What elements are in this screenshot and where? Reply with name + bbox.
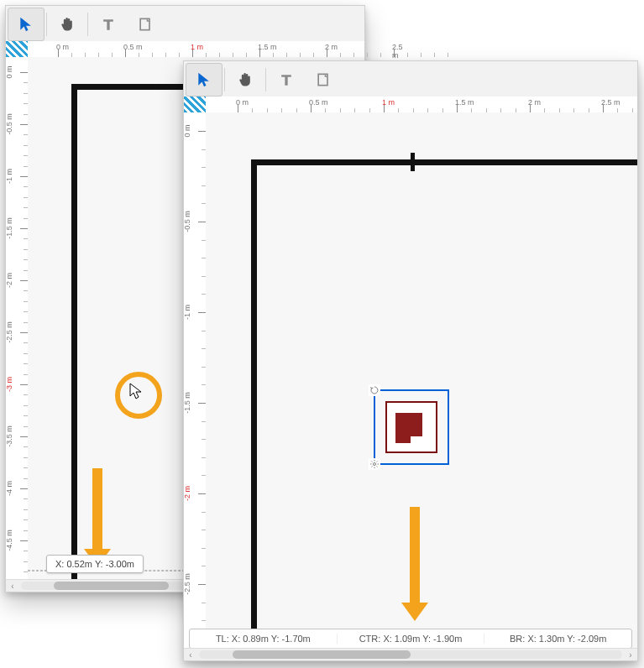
text-icon — [100, 16, 117, 33]
scroll-right-button[interactable]: › — [624, 649, 637, 660]
ruler-tick-label: -2.5 m — [5, 321, 13, 343]
mouse-cursor-icon — [129, 383, 143, 401]
ruler-tick-label: -4 m — [5, 481, 13, 496]
ruler-tick-label: -4.5 m — [5, 530, 13, 551]
scroll-thumb[interactable] — [233, 650, 411, 659]
selection-box[interactable] — [374, 389, 449, 465]
wall-joint — [411, 153, 415, 171]
toolbar-separator — [224, 68, 225, 91]
toolbar-separator — [46, 13, 47, 36]
toolbar-separator — [265, 68, 266, 91]
ruler-tick-label: -1.5 m — [183, 392, 191, 414]
ruler-tick-label: 0 m — [5, 65, 13, 78]
ruler-tick-label: -3.5 m — [5, 425, 13, 447]
cursor-icon — [18, 16, 34, 33]
canvas[interactable] — [206, 112, 637, 630]
coordinate-tooltip: X: 0.52m Y: -3.00m — [46, 555, 144, 573]
scrollbar-horizontal[interactable]: ‹ › — [184, 648, 637, 660]
page-icon — [315, 71, 332, 88]
ruler-tick-label: -0.5 m — [5, 113, 13, 135]
placed-object-fill — [395, 413, 422, 436]
status-br: BR: X: 1.30m Y: -2.09m — [484, 634, 631, 644]
ruler-origin[interactable] — [184, 97, 207, 113]
ruler-tick-label: -2 m — [5, 273, 13, 288]
text-tool-button[interactable] — [268, 63, 305, 97]
toolbar — [6, 6, 364, 44]
ruler-vertical[interactable]: 0 m-0.5 m-1 m-1.5 m-2 m-2.5 m-3 m-3.5 m-… — [6, 57, 29, 592]
wall-vertical — [71, 84, 77, 579]
ruler-origin[interactable] — [6, 41, 29, 58]
rectangle-tool-button[interactable] — [305, 63, 342, 97]
toolbar-separator — [87, 13, 88, 36]
ruler-vertical[interactable]: 0 m-0.5 m-1 m-1.5 m-2 m-2.5 m — [184, 112, 207, 660]
scroll-left-button[interactable]: ‹ — [6, 580, 19, 592]
attention-arrow — [406, 507, 424, 624]
settings-handle[interactable] — [369, 458, 380, 470]
ruler-tick-label: -2.5 m — [183, 573, 191, 595]
placed-object-fill — [395, 435, 411, 443]
status-ctr: CTR: X: 1.09m Y: -1.90m — [338, 634, 485, 644]
ruler-tick-label: -3 m — [5, 377, 13, 392]
toolbar — [184, 61, 637, 99]
scroll-track[interactable] — [199, 650, 622, 659]
ruler-tick-label: 0 m — [183, 124, 191, 137]
ruler-tick-label: 1.5 m — [258, 43, 277, 51]
pan-tool-button[interactable] — [227, 63, 264, 97]
ruler-tick-label: 0.5 m — [123, 43, 143, 51]
pan-tool-button[interactable] — [49, 8, 86, 41]
status-bar: TL: X: 0.89m Y: -1.70m CTR: X: 1.09m Y: … — [189, 629, 632, 649]
svg-point-2 — [374, 463, 376, 466]
page-icon — [137, 16, 154, 33]
ruler-tick-label: -1 m — [5, 169, 13, 184]
ruler-tick-label: -1 m — [183, 305, 191, 320]
select-tool-button[interactable] — [8, 8, 45, 41]
hand-icon — [237, 71, 254, 88]
status-tl: TL: X: 0.89m Y: -1.70m — [190, 634, 338, 644]
wall-horizontal — [251, 159, 637, 165]
ruler-tick-label: 1.5 m — [455, 98, 474, 107]
cursor-icon — [196, 71, 212, 88]
ruler-tick-label: -1.5 m — [5, 217, 13, 239]
ruler-horizontal[interactable]: 0 m0.5 m1 m1.5 m2 m2.5 m — [206, 97, 637, 113]
scroll-left-button[interactable]: ‹ — [184, 649, 197, 660]
ruler-horizontal[interactable]: 0 m0.5 m1 m1.5 m2 m2.5 m — [28, 41, 364, 58]
scroll-thumb[interactable] — [54, 582, 169, 590]
rectangle-tool-button[interactable] — [127, 8, 164, 41]
rotate-handle[interactable] — [369, 384, 380, 396]
select-tool-button[interactable] — [186, 63, 223, 97]
ruler-tick-label: -2 m — [183, 486, 191, 501]
ruler-tick-label: -0.5 m — [183, 211, 191, 232]
text-tool-button[interactable] — [90, 8, 127, 41]
editor-window-right: 0 m0.5 m1 m1.5 m2 m2.5 m 0 m-0.5 m-1 m-1… — [183, 60, 638, 661]
wall-vertical — [251, 159, 257, 629]
text-icon — [278, 71, 295, 88]
hand-icon — [59, 16, 76, 33]
ruler-tick-label: 2.5 m — [601, 98, 620, 107]
attention-arrow — [88, 468, 107, 569]
canvas-area[interactable]: 0 m0.5 m1 m1.5 m2 m2.5 m 0 m-0.5 m-1 m-1… — [184, 97, 637, 660]
ruler-tick-label: 0.5 m — [309, 98, 328, 107]
